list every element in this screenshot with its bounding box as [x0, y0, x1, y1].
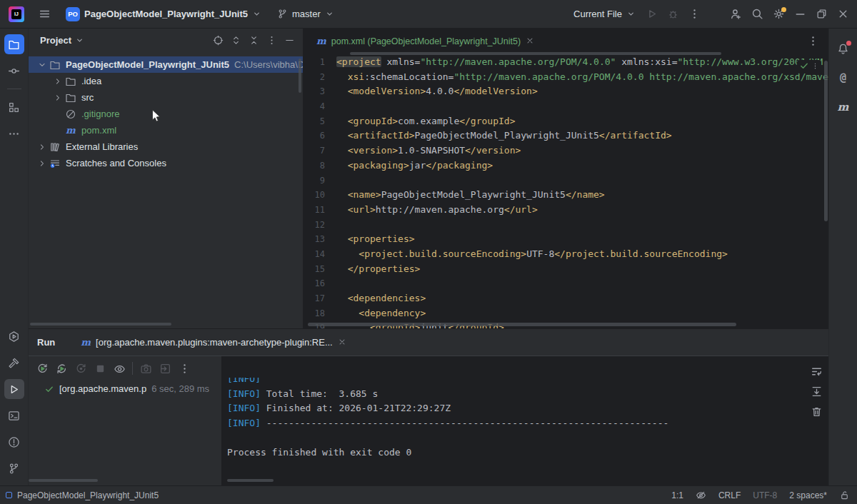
tab-pom-xml[interactable]: m pom.xml (PageObjectModel_Playwright_JU… [311, 29, 541, 54]
tool-services-button[interactable] [4, 326, 24, 346]
code-with-me-button[interactable] [726, 4, 746, 24]
line-text: <packaging>jar</packaging> [336, 158, 828, 173]
project-widget[interactable]: PO PageObjectModel_Playwright_JUnit5 [61, 5, 266, 24]
run-configuration-widget[interactable]: Current File [569, 6, 640, 21]
line-separator[interactable]: CRLF [718, 490, 741, 500]
console-line: Process finished with exit code 0 [227, 445, 800, 460]
ai-assistant-button[interactable]: @ [833, 68, 853, 88]
show-options-button[interactable] [110, 359, 129, 378]
chevron-right-icon[interactable] [36, 141, 49, 153]
console-scrollbar[interactable] [227, 479, 274, 482]
indent-style[interactable]: 2 spaces* [789, 490, 827, 500]
run-tab-close-button[interactable] [338, 338, 348, 348]
rerun-failed-button[interactable] [52, 359, 71, 378]
run-more-button[interactable] [175, 359, 194, 378]
tool-problems-button[interactable] [4, 432, 24, 452]
close-icon [526, 36, 534, 45]
highlighting-level-button[interactable] [696, 490, 706, 500]
vcs-branch-widget[interactable]: master [273, 6, 339, 21]
ignored-icon [64, 109, 77, 120]
restore-button[interactable] [811, 4, 831, 24]
line-number: 7 [304, 143, 336, 158]
rerun-button[interactable] [33, 359, 51, 378]
notifications-button[interactable] [833, 39, 853, 59]
chevron-right-icon[interactable] [51, 76, 64, 87]
chevron-down-icon[interactable] [36, 59, 49, 71]
soft-wrap-button[interactable] [807, 362, 826, 380]
expand-all-button[interactable] [227, 31, 245, 49]
ai-swirl-icon: @ [840, 71, 846, 84]
import-results-button[interactable] [156, 359, 174, 378]
tree-item--gitignore[interactable]: .gitignore [29, 106, 303, 122]
close-button[interactable] [833, 4, 853, 24]
screenshot-button[interactable] [136, 359, 155, 378]
run-console[interactable]: [INFO][INFO] Total time: 3.685 s[INFO] F… [221, 356, 828, 485]
settings-button[interactable] [768, 4, 788, 24]
tab-close-button[interactable] [526, 36, 536, 46]
success-check-icon [44, 384, 54, 394]
run-tab[interactable]: m [org.apache.maven.plugins:maven-archet… [81, 337, 347, 348]
editor-vertical-scrollbar[interactable] [824, 61, 828, 221]
search-everywhere-button[interactable] [747, 4, 767, 24]
left-strip-top [4, 34, 24, 143]
editor-options-button[interactable] [803, 31, 823, 51]
run-configuration-name: Current File [573, 9, 622, 19]
hide-panel-button[interactable] [281, 31, 299, 49]
readonly-toggle-button[interactable] [839, 490, 850, 500]
project-options-button[interactable] [263, 31, 281, 49]
tree-item-external-libraries[interactable]: External Libraries [29, 138, 303, 155]
tool-terminal-button[interactable] [4, 405, 24, 425]
chevron-right-icon[interactable] [36, 158, 49, 169]
chevron-right-icon[interactable] [51, 92, 64, 104]
tool-run-button[interactable] [4, 379, 24, 399]
tree-item-src[interactable]: src [29, 89, 303, 106]
select-opened-file-button[interactable] [209, 31, 227, 49]
file-encoding[interactable]: UTF-8 [753, 490, 777, 500]
tree-item-pom-xml[interactable]: mpom.xml [29, 122, 303, 138]
collapse-all-button[interactable] [245, 31, 263, 49]
scroll-to-end-button[interactable] [807, 382, 826, 400]
folder-icon [64, 76, 77, 87]
tool-more-button[interactable] [4, 124, 24, 143]
clear-all-button[interactable] [807, 402, 826, 420]
tab-label: pom.xml (PageObjectModel_Playwright_JUni… [331, 36, 521, 46]
more-actions-button[interactable] [684, 4, 704, 24]
caret-position[interactable]: 1:1 [671, 490, 683, 500]
left-tool-strip [0, 29, 29, 485]
line-number: 16 [304, 276, 336, 291]
line-text: <artifactId>PageObjectModel_Playwright_J… [336, 128, 828, 143]
stop-button[interactable] [91, 359, 109, 378]
tool-commit-button[interactable] [4, 61, 24, 81]
rerun-icon [36, 363, 49, 375]
tool-structure-button[interactable] [4, 97, 24, 117]
tree-item--idea[interactable]: .idea [29, 73, 303, 89]
resume-button[interactable] [71, 359, 90, 378]
editor-bottom-scrollbar[interactable] [308, 323, 736, 326]
project-vertical-scrollbar[interactable] [299, 59, 301, 93]
run-tree-scrollbar[interactable] [29, 479, 98, 482]
line-number: 17 [304, 291, 336, 306]
line-text: </properties> [336, 262, 828, 277]
bug-icon [667, 8, 679, 20]
minimize-button[interactable] [790, 4, 810, 24]
divider [132, 362, 133, 375]
debug-button[interactable] [663, 4, 683, 24]
inspections-widget[interactable] [797, 60, 821, 74]
tree-item-scratches-and-consoles[interactable]: Scratches and Consoles [29, 155, 303, 171]
hamburger-icon [39, 8, 51, 20]
project-tree[interactable]: PageObjectModel_Playwright_JUnit5C:\User… [29, 52, 303, 171]
tree-item-label: .idea [81, 76, 101, 86]
tree-item-pageobjectmodel-playwright-junit5[interactable]: PageObjectModel_Playwright_JUnit5C:\User… [29, 56, 303, 73]
run-button[interactable] [641, 4, 661, 24]
main-menu-button[interactable] [34, 4, 54, 24]
run-tree-row[interactable]: [org.apache.maven.p 6 sec, 289 ms [29, 380, 221, 397]
project-horizontal-scrollbar[interactable] [30, 323, 171, 326]
code-line: 13 <properties> [304, 232, 828, 247]
tool-project-button[interactable] [4, 34, 24, 54]
chevron-down-icon[interactable] [75, 36, 84, 45]
code-editor[interactable]: 1<project xmlns="http://maven.apache.org… [304, 54, 828, 328]
status-project-name[interactable]: PageObjectModel_Playwright_JUnit5 [17, 490, 159, 500]
tool-build-button[interactable] [4, 353, 24, 373]
maven-tool-button[interactable]: m [833, 97, 853, 117]
tool-version-control-button[interactable] [4, 458, 24, 478]
